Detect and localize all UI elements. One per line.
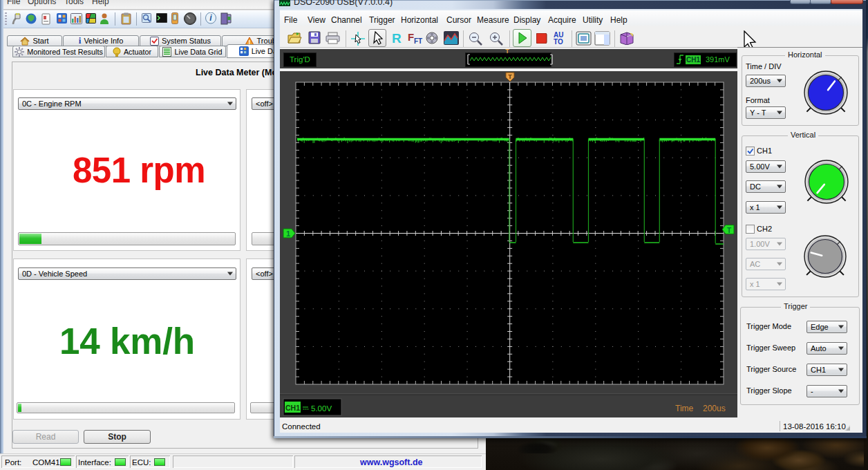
svg-text:1: 1 (285, 229, 290, 238)
svg-text:T: T (726, 227, 730, 234)
svg-text:T: T (508, 73, 512, 80)
svg-text:391mV: 391mV (706, 55, 730, 64)
svg-text:Time: Time (675, 404, 694, 413)
svg-text:T: T (505, 48, 509, 55)
svg-text:TO: TO (554, 38, 563, 46)
svg-text:5.00V: 5.00V (311, 404, 332, 413)
svg-text:FT: FT (414, 37, 422, 45)
svg-text:F: F (408, 31, 414, 43)
svg-text:CH1: CH1 (285, 404, 299, 412)
svg-text:CH1: CH1 (686, 56, 700, 64)
svg-text:200us: 200us (703, 404, 726, 413)
